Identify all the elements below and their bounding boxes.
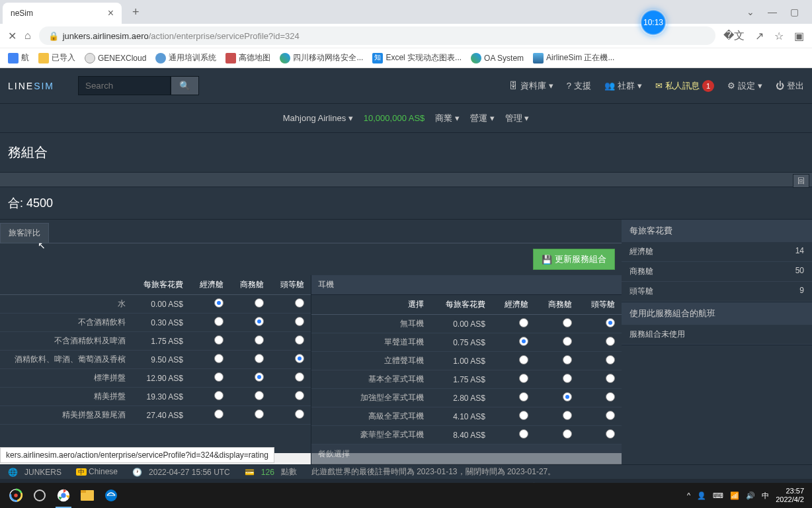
bookmark-item[interactable]: OA System <box>471 53 524 64</box>
radio-option[interactable] <box>563 411 572 420</box>
update-service-button[interactable]: 💾 更新服務組合 <box>533 249 615 270</box>
explorer-icon[interactable] <box>75 486 99 505</box>
nav-management[interactable]: 管理 ▾ <box>505 112 530 124</box>
bookmark-item[interactable]: 航 <box>8 52 29 64</box>
tray-people-icon[interactable]: 👤 <box>697 491 706 500</box>
url-input[interactable]: 🔒 junkers.airlinesim.aero /action/enterp… <box>39 26 715 45</box>
tray-volume-icon[interactable]: 🔊 <box>746 491 755 500</box>
nav-commercial[interactable]: 商業 ▾ <box>435 112 460 124</box>
radio-option[interactable] <box>214 391 223 400</box>
radio-option[interactable] <box>519 392 528 402</box>
radio-option[interactable] <box>563 355 572 364</box>
bookmark-item[interactable]: 知Excel 实现动态图表... <box>372 52 462 64</box>
radio-option[interactable] <box>295 409 304 419</box>
community-icon: 👥 <box>604 81 615 91</box>
radio-option[interactable] <box>563 318 572 327</box>
bookmark-item[interactable]: 高德地图 <box>225 52 270 64</box>
chrome-taskbar-icon[interactable] <box>52 486 75 505</box>
start-button[interactable] <box>4 486 28 505</box>
radio-option[interactable] <box>295 335 304 345</box>
nav-settings[interactable]: ⚙設定 ▾ <box>727 80 762 92</box>
bookmark-item[interactable]: 通用培训系统 <box>155 52 216 64</box>
radio-option[interactable] <box>519 318 528 327</box>
address-bar: ✕ ⌂ 🔒 junkers.airlinesim.aero /action/en… <box>0 24 812 48</box>
radio-option[interactable] <box>563 392 572 402</box>
radio-option[interactable] <box>214 317 223 326</box>
browser-tab[interactable]: neSim × <box>3 3 122 24</box>
radio-option[interactable] <box>255 317 264 326</box>
bookmark-item[interactable]: GENEXCloud <box>85 53 146 64</box>
radio-option[interactable] <box>295 317 304 326</box>
bookmark-item[interactable]: 四川移动网络安全... <box>280 52 363 64</box>
nav-operations[interactable]: 營運 ▾ <box>470 112 495 124</box>
radio-option[interactable] <box>214 354 223 363</box>
nav-messages[interactable]: ✉私人訊息 1 <box>655 80 714 92</box>
database-icon: 🗄 <box>509 81 518 91</box>
bookmark-item[interactable]: 已导入 <box>38 52 75 64</box>
col-economy: 經濟艙 <box>190 275 230 295</box>
radio-option[interactable] <box>295 391 304 400</box>
radio-option[interactable] <box>255 335 264 345</box>
edge-icon[interactable] <box>99 486 123 505</box>
radio-option[interactable] <box>606 355 615 364</box>
maximize-icon[interactable]: ▢ <box>790 7 799 17</box>
radio-option[interactable] <box>606 392 615 402</box>
caret-down-icon[interactable]: ⌄ <box>747 7 754 17</box>
home-icon[interactable]: ⌂ <box>24 30 31 42</box>
bookmark-item[interactable]: AirlineSim 正在機... <box>533 52 614 64</box>
minimize-icon[interactable]: — <box>768 7 777 17</box>
search-input[interactable] <box>78 76 171 95</box>
service-tables: 每旅客花費 經濟艙 商務艙 頭等艙 水0.00 AS$不含酒精飲料0.30 AS… <box>0 275 622 464</box>
cortana-icon[interactable] <box>28 486 52 505</box>
radio-option[interactable] <box>295 354 304 363</box>
radio-option[interactable] <box>563 337 572 346</box>
bookmark-icon[interactable]: ☆ <box>774 30 784 42</box>
close-icon[interactable]: × <box>108 7 114 19</box>
nav-logout[interactable]: ⏻登出 <box>776 80 804 92</box>
tray-keyboard-icon[interactable]: ⌨ <box>713 491 723 500</box>
radio-option[interactable] <box>563 374 572 383</box>
sidebar-toggle-icon[interactable]: ▣ <box>794 30 804 42</box>
radio-option[interactable] <box>606 374 615 383</box>
radio-option[interactable] <box>519 374 528 383</box>
new-tab-button[interactable]: + <box>127 5 145 19</box>
col-business: 商務艙 <box>535 295 578 315</box>
radio-option[interactable] <box>255 391 264 400</box>
radio-option[interactable] <box>255 409 264 419</box>
radio-option[interactable] <box>519 355 528 364</box>
save-icon: 💾 <box>542 255 552 265</box>
tray-ime-icon[interactable]: 中 <box>762 491 769 501</box>
radio-option[interactable] <box>295 372 304 382</box>
utc-time: 2022-04-27 15:56 UTC <box>149 468 230 477</box>
tab-passenger-rating[interactable]: 旅客評比 ↖ <box>0 223 49 243</box>
radio-option[interactable] <box>255 354 264 363</box>
radio-option[interactable] <box>214 298 223 308</box>
nav-community[interactable]: 👥社群 ▾ <box>604 80 642 92</box>
logo[interactable]: LINESIM <box>8 81 54 91</box>
radio-option[interactable] <box>214 409 223 419</box>
nav-support[interactable]: ?支援 <box>567 80 591 92</box>
tray-chevron-icon[interactable]: ^ <box>687 491 690 499</box>
radio-option[interactable] <box>295 298 304 308</box>
airline-dropdown[interactable]: Mahjong Airlines ▾ <box>283 113 353 123</box>
close-page-icon[interactable]: ✕ <box>8 30 17 42</box>
tray-wifi-icon[interactable]: 📶 <box>730 491 739 500</box>
radio-option[interactable] <box>255 298 264 308</box>
radio-option[interactable] <box>214 335 223 345</box>
search-button[interactable]: 🔍 <box>171 76 199 95</box>
translate-icon[interactable]: �文 <box>723 29 745 43</box>
radio-option[interactable] <box>563 429 572 439</box>
taskbar-clock[interactable]: 23:57 2022/4/2 <box>776 487 808 504</box>
radio-option[interactable] <box>606 429 615 439</box>
share-icon[interactable]: ↗ <box>755 30 764 42</box>
radio-option[interactable] <box>606 411 615 420</box>
radio-option[interactable] <box>255 372 264 382</box>
return-button[interactable]: 回 <box>793 174 809 188</box>
radio-option[interactable] <box>606 318 615 327</box>
radio-option[interactable] <box>519 429 528 439</box>
nav-database[interactable]: 🗄資料庫 ▾ <box>509 80 553 92</box>
radio-option[interactable] <box>606 337 615 346</box>
radio-option[interactable] <box>519 411 528 420</box>
radio-option[interactable] <box>519 337 528 346</box>
radio-option[interactable] <box>214 372 223 382</box>
